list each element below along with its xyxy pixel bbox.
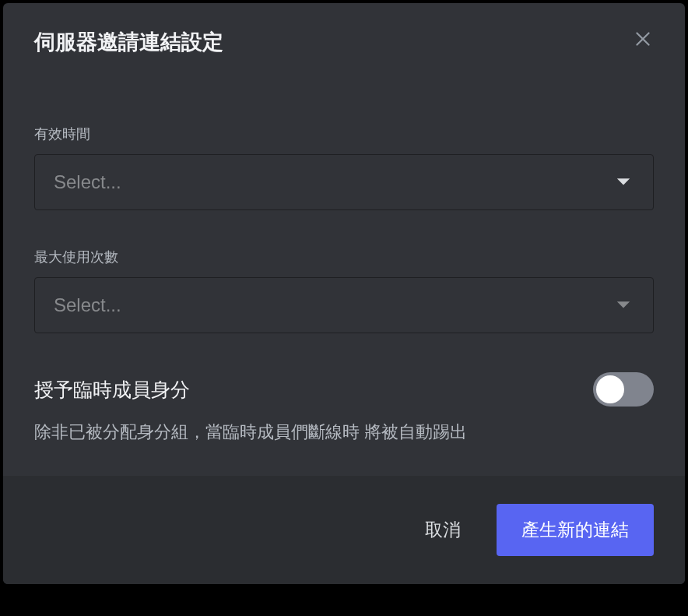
chevron-down-icon: [613, 171, 634, 193]
chevron-down-icon: [613, 294, 634, 316]
temporary-label: 授予臨時成員身分: [34, 377, 190, 403]
temporary-toggle-row: 授予臨時成員身分: [34, 372, 654, 407]
close-icon: [633, 29, 653, 49]
expire-field-group: 有效時間 Select...: [34, 125, 654, 210]
temporary-toggle[interactable]: [593, 372, 654, 407]
expire-select-placeholder: Select...: [54, 171, 121, 193]
expire-select[interactable]: Select...: [34, 154, 654, 210]
close-button[interactable]: [632, 28, 654, 50]
modal-footer: 取消 產生新的連結: [3, 476, 685, 584]
temporary-description: 除非已被分配身分組，當臨時成員們斷線時 將被自動踢出: [34, 421, 654, 445]
expire-label: 有效時間: [34, 125, 654, 143]
generate-link-button[interactable]: 產生新的連結: [497, 504, 654, 556]
maxuses-field-group: 最大使用次數 Select...: [34, 248, 654, 333]
cancel-button[interactable]: 取消: [412, 510, 473, 550]
invite-settings-modal: 伺服器邀請連結設定 有效時間 Select... 最大使用次數 Select..…: [3, 3, 685, 584]
toggle-knob: [596, 375, 624, 403]
maxuses-label: 最大使用次數: [34, 248, 654, 266]
temporary-membership-group: 授予臨時成員身分 除非已被分配身分組，當臨時成員們斷線時 將被自動踢出: [34, 372, 654, 445]
modal-body: 有效時間 Select... 最大使用次數 Select... 授予臨時成員身分: [3, 56, 685, 476]
maxuses-select-placeholder: Select...: [54, 294, 121, 316]
modal-header: 伺服器邀請連結設定: [3, 3, 685, 56]
modal-title: 伺服器邀請連結設定: [34, 28, 223, 56]
maxuses-select[interactable]: Select...: [34, 277, 654, 333]
